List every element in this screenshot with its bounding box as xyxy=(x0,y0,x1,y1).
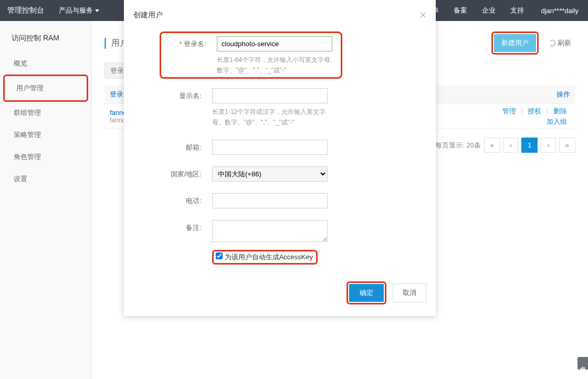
login-input[interactable] xyxy=(217,36,332,51)
highlight-login-field: *登录名: 长度1-64个字符，允许输入小写英文字母、数字、"@"、"."、"_… xyxy=(160,31,342,79)
email-input[interactable] xyxy=(212,140,328,155)
feedback-tab[interactable]: 点我提问 xyxy=(578,357,588,370)
region-select[interactable]: 中国大陆(+86) xyxy=(212,166,328,182)
close-icon[interactable]: × xyxy=(419,8,426,22)
display-name-input[interactable] xyxy=(212,88,328,103)
ak-checkbox-label[interactable]: 为该用户自动生成AccessKey xyxy=(216,253,313,261)
label-remark: 备注: xyxy=(186,224,202,231)
label-display: 显示名: xyxy=(179,92,202,100)
login-hint: 长度1-64个字符，允许输入小写英文字母、数字、"@"、"."、"_"或"-" xyxy=(217,55,338,76)
label-region: 国家/地区: xyxy=(171,170,202,178)
modal-title: 创建用户 xyxy=(133,10,163,20)
create-user-modal: 创建用户 × *登录名: 长度1-64个字符，允许输入小写英文字母、数字、"@"… xyxy=(124,0,436,316)
ak-checkbox-text: 为该用户自动生成AccessKey xyxy=(225,253,313,261)
remark-textarea[interactable] xyxy=(212,220,328,242)
label-email: 邮箱: xyxy=(186,143,202,151)
label-login: 登录名: xyxy=(184,40,206,48)
ok-button[interactable]: 确定 xyxy=(349,284,384,302)
highlight-ak-checkbox: 为该用户自动生成AccessKey xyxy=(212,250,318,265)
ak-checkbox[interactable] xyxy=(216,252,223,259)
label-phone: 电话: xyxy=(186,197,202,205)
cancel-button[interactable]: 取消 xyxy=(393,283,426,302)
phone-input[interactable] xyxy=(212,193,328,208)
highlight-ok-button: 确定 xyxy=(346,281,386,304)
modal-overlay: 创建用户 × *登录名: 长度1-64个字符，允许输入小写英文字母、数字、"@"… xyxy=(0,0,588,379)
display-hint: 长度1-12个字符或汉字，允许输入英文字母、数字、"@"、"."、"_"或"-" xyxy=(212,107,333,128)
